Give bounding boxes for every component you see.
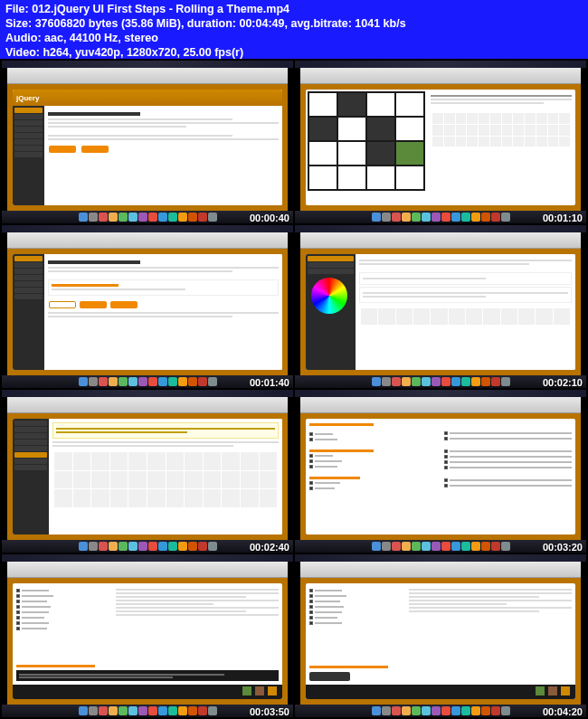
timestamp: 00:04:20 xyxy=(543,706,583,717)
audio-label: Audio: xyxy=(5,32,42,44)
thumbnail[interactable]: 00:03:20 xyxy=(295,390,586,553)
color-picker xyxy=(311,278,347,314)
page-title xyxy=(48,260,140,264)
timestamp: 00:02:40 xyxy=(250,542,289,553)
audio-value: aac, 44100 Hz, stereo xyxy=(44,32,158,44)
timestamp: 00:00:40 xyxy=(250,213,289,223)
timestamp: 00:03:20 xyxy=(543,542,583,553)
themeroller-sidebar xyxy=(13,254,44,370)
video-label: Video: xyxy=(5,46,40,59)
jquery-logo: jQuery xyxy=(16,94,39,102)
timestamp: 00:03:50 xyxy=(250,706,289,717)
thumbnail[interactable]: 00:02:10 xyxy=(295,225,586,388)
download-button xyxy=(309,672,350,681)
thumbnail[interactable]: 00:04:20 xyxy=(295,554,586,717)
thumbnail[interactable]: 00:01:40 xyxy=(2,225,293,388)
timestamp: 00:01:10 xyxy=(543,213,583,223)
thumbnail[interactable]: 00:03:50 xyxy=(2,554,293,717)
thumbnail[interactable]: 00:02:40 xyxy=(2,390,293,553)
themeroller-sidebar xyxy=(13,106,44,205)
timestamp: 00:01:40 xyxy=(250,377,289,388)
file-label: File: xyxy=(5,3,29,15)
thumbnail[interactable]: jQuery xyxy=(2,61,293,223)
size-value: 37606820 bytes (35.86 MiB), duration: 00… xyxy=(35,17,406,30)
icon-grid xyxy=(52,450,279,509)
icon-preview xyxy=(431,111,572,148)
page-title xyxy=(48,112,140,116)
timestamp: 00:02:10 xyxy=(543,377,583,388)
thumbnail[interactable]: 00:01:10 xyxy=(295,61,586,223)
themeroller-sidebar xyxy=(13,419,49,535)
video-value: h264, yuv420p, 1280x720, 25.00 fps(r) xyxy=(43,46,243,59)
button xyxy=(81,146,109,153)
button xyxy=(49,146,76,153)
theme-gallery xyxy=(308,91,425,191)
thumbnail-grid: jQuery xyxy=(0,59,588,719)
file-name: 012.jQuery UI First Steps - Rolling a Th… xyxy=(32,3,289,15)
size-label: Size: xyxy=(5,17,32,30)
